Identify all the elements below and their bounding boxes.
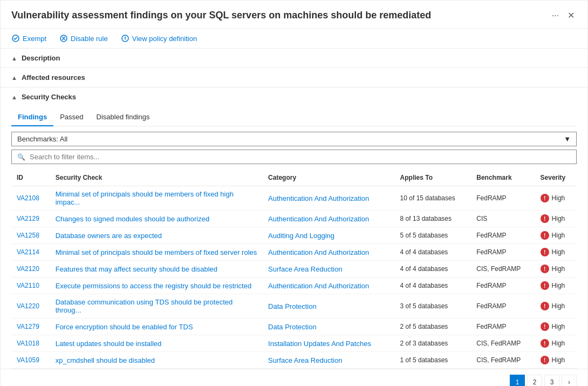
exempt-button[interactable]: Exempt bbox=[11, 34, 46, 43]
severity-icon: ! bbox=[541, 281, 549, 290]
cell-applies-to: 1 of 5 databases bbox=[395, 352, 471, 369]
benchmark-filter-label: Benchmarks: All bbox=[17, 135, 67, 143]
cell-check: Execute permissions to access the regist… bbox=[50, 277, 263, 294]
cell-id: VA1059 bbox=[11, 352, 50, 369]
page-button-3[interactable]: 3 bbox=[544, 375, 559, 386]
severity-icon: ! bbox=[541, 322, 549, 331]
benchmark-filter-dropdown[interactable]: Benchmarks: All ▼ bbox=[11, 132, 577, 146]
cell-check: Minimal set of principals should be memb… bbox=[50, 244, 263, 261]
tabs-container: Findings Passed Disabled findings bbox=[1, 109, 587, 126]
cell-applies-to: 3 of 5 databases bbox=[395, 294, 471, 319]
table-row[interactable]: VA2114 Minimal set of principals should … bbox=[11, 244, 577, 261]
pagination: 123› bbox=[1, 369, 587, 386]
cell-category: Data Protection bbox=[263, 294, 395, 319]
col-category: Category bbox=[263, 170, 395, 186]
affected-resources-chevron: ▲ bbox=[11, 75, 17, 81]
next-page-button[interactable]: › bbox=[562, 375, 577, 386]
search-input[interactable] bbox=[30, 153, 571, 161]
table-row[interactable]: VA1279 Force encryption should be enable… bbox=[11, 319, 577, 335]
cell-benchmark: CIS, FedRAMP bbox=[471, 352, 535, 369]
cell-check: Force encryption should be enabled for T… bbox=[50, 319, 263, 335]
col-severity: Severity bbox=[535, 170, 577, 186]
cell-severity: ! High bbox=[535, 294, 577, 319]
cell-severity: ! High bbox=[535, 335, 577, 352]
cell-category: Data Protection bbox=[263, 319, 395, 335]
col-security-check: Security Check bbox=[50, 170, 263, 186]
cell-applies-to: 8 of 13 databases bbox=[395, 211, 471, 227]
severity-label: High bbox=[552, 356, 565, 364]
security-checks-chevron: ▲ bbox=[11, 94, 17, 100]
severity-label: High bbox=[552, 232, 565, 239]
table-row[interactable]: VA2120 Features that may affect security… bbox=[11, 261, 577, 277]
security-checks-header[interactable]: ▲ Security Checks bbox=[1, 87, 587, 106]
table-row[interactable]: VA1059 xp_cmdshell should be disabled Su… bbox=[11, 352, 577, 369]
cell-severity: ! High bbox=[535, 227, 577, 244]
cell-applies-to: 4 of 4 databases bbox=[395, 277, 471, 294]
more-options-button[interactable]: ··· bbox=[550, 10, 561, 22]
table-row[interactable]: VA1258 Database owners are as expected A… bbox=[11, 227, 577, 244]
description-label: Description bbox=[22, 54, 60, 62]
view-policy-icon bbox=[121, 34, 129, 43]
cell-severity: ! High bbox=[535, 186, 577, 211]
cell-id: VA2110 bbox=[11, 277, 50, 294]
cell-id: VA2120 bbox=[11, 261, 50, 277]
cell-category: Surface Area Reduction bbox=[263, 352, 395, 369]
table-row[interactable]: VA1220 Database communication using TDS … bbox=[11, 294, 577, 319]
cell-check: Changes to signed modules should be auth… bbox=[50, 211, 263, 227]
tab-findings[interactable]: Findings bbox=[11, 109, 53, 126]
severity-label: High bbox=[552, 248, 565, 256]
page-button-1[interactable]: 1 bbox=[510, 375, 525, 386]
view-policy-label: View policy definition bbox=[132, 35, 197, 43]
view-policy-button[interactable]: View policy definition bbox=[121, 34, 197, 43]
cell-benchmark: CIS bbox=[471, 211, 535, 227]
cell-category: Surface Area Reduction bbox=[263, 261, 395, 277]
table-row[interactable]: VA2129 Changes to signed modules should … bbox=[11, 211, 577, 227]
cell-id: VA2129 bbox=[11, 211, 50, 227]
severity-icon: ! bbox=[541, 194, 549, 202]
close-icon: ✕ bbox=[568, 10, 575, 21]
cell-id: VA1018 bbox=[11, 335, 50, 352]
cell-severity: ! High bbox=[535, 352, 577, 369]
table-row[interactable]: VA2108 Minimal set of principals should … bbox=[11, 186, 577, 211]
ellipsis-icon: ··· bbox=[552, 11, 559, 21]
cell-applies-to: 4 of 4 databases bbox=[395, 261, 471, 277]
cell-category: Auditing And Logging bbox=[263, 227, 395, 244]
description-chevron: ▲ bbox=[11, 55, 17, 62]
cell-category: Authentication And Authorization bbox=[263, 186, 395, 211]
description-header[interactable]: ▲ Description bbox=[1, 49, 587, 67]
close-button[interactable]: ✕ bbox=[565, 9, 577, 22]
table-row[interactable]: VA1018 Latest updates should be installe… bbox=[11, 335, 577, 352]
table-header-row: ID Security Check Category Applies To Be… bbox=[11, 170, 577, 186]
cell-severity: ! High bbox=[535, 319, 577, 335]
severity-label: High bbox=[552, 323, 565, 330]
page-button-2[interactable]: 2 bbox=[527, 375, 542, 386]
tab-passed[interactable]: Passed bbox=[53, 109, 90, 126]
cell-category: Authentication And Authorization bbox=[263, 211, 395, 227]
cell-category: Authentication And Authorization bbox=[263, 277, 395, 294]
disable-rule-button[interactable]: Disable rule bbox=[59, 34, 108, 43]
severity-icon: ! bbox=[541, 265, 549, 273]
table-row[interactable]: VA2110 Execute permissions to access the… bbox=[11, 277, 577, 294]
main-panel: Vulnerability assessment findings on you… bbox=[0, 0, 588, 386]
cell-benchmark: FedRAMP bbox=[471, 186, 535, 211]
cell-category: Authentication And Authorization bbox=[263, 244, 395, 261]
affected-resources-header[interactable]: ▲ Affected resources bbox=[1, 68, 587, 87]
col-id: ID bbox=[11, 170, 50, 186]
cell-id: VA1220 bbox=[11, 294, 50, 319]
severity-icon: ! bbox=[541, 356, 549, 364]
exempt-label: Exempt bbox=[23, 35, 46, 43]
severity-icon: ! bbox=[541, 231, 549, 240]
description-section: ▲ Description bbox=[1, 49, 587, 68]
tab-disabled-findings[interactable]: Disabled findings bbox=[90, 109, 156, 126]
cell-id: VA2114 bbox=[11, 244, 50, 261]
severity-icon: ! bbox=[541, 248, 549, 256]
severity-label: High bbox=[552, 265, 565, 273]
cell-benchmark: FedRAMP bbox=[471, 294, 535, 319]
disable-rule-icon bbox=[59, 34, 68, 43]
header-icons: ··· ✕ bbox=[550, 9, 577, 22]
severity-label: High bbox=[552, 215, 565, 222]
toolbar: Exempt Disable rule View policy definiti… bbox=[1, 29, 587, 49]
severity-icon: ! bbox=[541, 302, 549, 310]
cell-severity: ! High bbox=[535, 244, 577, 261]
disable-rule-label: Disable rule bbox=[71, 35, 108, 43]
